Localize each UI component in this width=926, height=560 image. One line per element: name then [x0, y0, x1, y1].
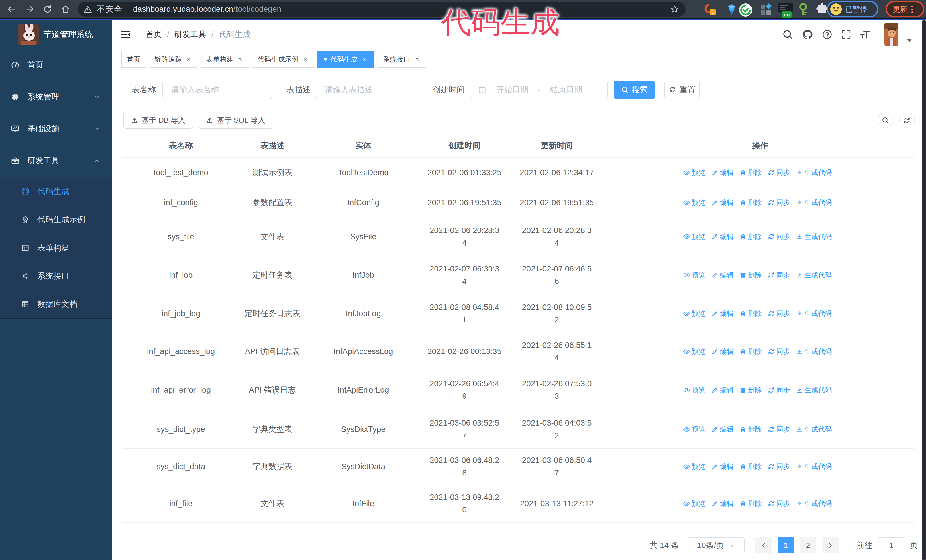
action-edit[interactable]: 编辑	[711, 307, 734, 320]
extension-key-icon[interactable]	[797, 3, 809, 16]
scrollbar-thumb[interactable]	[922, 20, 926, 560]
tag-close-icon[interactable]	[414, 56, 421, 63]
prev-page-button[interactable]	[755, 537, 772, 554]
refresh-table-button[interactable]	[899, 113, 915, 128]
action-delete[interactable]: 删除	[739, 269, 762, 281]
sidebar-subitem-db-doc[interactable]: 数据库文档	[0, 290, 112, 318]
action-sync[interactable]: 同步	[767, 423, 790, 436]
action-delete[interactable]: 删除	[739, 423, 762, 436]
jump-page-input[interactable]: 1	[877, 537, 905, 554]
action-sync[interactable]: 同步	[767, 497, 790, 510]
extension-orange-icon[interactable]: 1	[703, 3, 716, 16]
action-sync[interactable]: 同步	[767, 345, 790, 358]
header-help-button[interactable]	[822, 29, 832, 40]
show-search-toggle-button[interactable]	[878, 113, 893, 128]
action-preview[interactable]: 预览	[683, 497, 705, 510]
action-preview[interactable]: 预览	[683, 460, 705, 473]
browser-reload-button[interactable]	[43, 5, 52, 14]
address-bar[interactable]: 不安全 dashboard.yudao.iocoder.cn/tool/code…	[78, 2, 685, 17]
sidebar-item-home[interactable]: 首页	[0, 49, 112, 81]
header-fullscreen-button[interactable]	[841, 29, 852, 40]
action-sync[interactable]: 同步	[767, 460, 790, 473]
page-button-1[interactable]: 1	[778, 537, 794, 554]
header-fontsize-button[interactable]	[859, 29, 870, 40]
tag-close-icon[interactable]	[302, 56, 309, 63]
browser-back-button[interactable]	[7, 5, 16, 14]
page-button-2[interactable]: 2	[800, 537, 816, 554]
action-edit[interactable]: 编辑	[711, 269, 734, 281]
action-generate-code[interactable]: 生成代码	[796, 269, 832, 281]
sidebar-item-infra[interactable]: 基础设施	[0, 113, 112, 145]
action-edit[interactable]: 编辑	[711, 384, 734, 396]
sidebar-subitem-codegen[interactable]: 代码生成	[0, 177, 112, 205]
action-preview[interactable]: 预览	[683, 196, 705, 209]
action-edit[interactable]: 编辑	[711, 423, 734, 436]
action-edit[interactable]: 编辑	[711, 231, 734, 243]
date-range-picker[interactable]: 开始日期 - 结束日期	[471, 81, 608, 99]
action-delete[interactable]: 删除	[739, 497, 762, 510]
action-delete[interactable]: 删除	[739, 231, 762, 243]
action-generate-code[interactable]: 生成代码	[796, 307, 832, 320]
sidebar-logo[interactable]: 芋道管理系统	[0, 20, 112, 49]
extension-terminal-icon[interactable]: on	[777, 3, 794, 18]
reset-button[interactable]: 重置	[664, 81, 700, 99]
tag-codegen[interactable]: 代码生成	[318, 51, 374, 68]
action-edit[interactable]: 编辑	[711, 196, 734, 209]
action-sync[interactable]: 同步	[767, 196, 790, 209]
tag-close-icon[interactable]	[185, 56, 192, 63]
action-generate-code[interactable]: 生成代码	[796, 166, 832, 179]
action-delete[interactable]: 删除	[739, 460, 762, 473]
action-preview[interactable]: 预览	[683, 269, 705, 281]
breadcrumb-home[interactable]: 首页	[146, 29, 162, 40]
avatar-caret-down-icon[interactable]	[906, 37, 913, 44]
user-avatar[interactable]	[884, 23, 898, 46]
search-button[interactable]: 搜索	[614, 81, 655, 99]
action-delete[interactable]: 删除	[739, 384, 762, 396]
action-generate-code[interactable]: 生成代码	[796, 231, 832, 243]
import-sql-button[interactable]: 基于 SQL 导入	[198, 112, 273, 129]
action-delete[interactable]: 删除	[739, 196, 762, 209]
action-delete[interactable]: 删除	[739, 166, 762, 179]
action-preview[interactable]: 预览	[683, 345, 705, 358]
action-preview[interactable]: 预览	[683, 166, 705, 179]
action-preview[interactable]: 预览	[683, 231, 705, 243]
sidebar-subitem-codegen-example[interactable]: 代码生成示例	[0, 205, 112, 234]
import-db-button[interactable]: 基于 DB 导入	[123, 112, 193, 129]
action-generate-code[interactable]: 生成代码	[796, 497, 832, 510]
table-desc-input[interactable]: 请输入表描述	[316, 81, 424, 99]
action-edit[interactable]: 编辑	[711, 497, 734, 510]
action-sync[interactable]: 同步	[767, 307, 790, 320]
sidebar-subitem-form-builder[interactable]: 表单构建	[0, 234, 112, 262]
browser-scrollbar[interactable]	[922, 20, 926, 560]
extension-gem-icon[interactable]	[726, 3, 737, 16]
browser-profile-chip[interactable]: 已暂停	[827, 1, 878, 17]
tag-codegen-example[interactable]: 代码生成示例	[252, 51, 314, 68]
header-search-button[interactable]	[782, 29, 793, 40]
next-page-button[interactable]	[822, 537, 838, 554]
bookmark-star-icon[interactable]	[670, 5, 679, 14]
breadcrumb-devtools[interactable]: 研发工具	[174, 29, 206, 40]
action-preview[interactable]: 预览	[683, 307, 705, 320]
action-generate-code[interactable]: 生成代码	[796, 423, 832, 436]
extension-check-icon[interactable]	[738, 3, 753, 17]
action-delete[interactable]: 删除	[739, 307, 762, 320]
browser-update-button[interactable]: 更新	[885, 1, 924, 17]
action-edit[interactable]: 编辑	[711, 460, 734, 473]
action-preview[interactable]: 预览	[683, 384, 705, 396]
page-size-select[interactable]: 10条/页	[687, 537, 744, 554]
tag-trace[interactable]: 链路追踪	[149, 51, 197, 68]
action-generate-code[interactable]: 生成代码	[796, 460, 832, 473]
action-sync[interactable]: 同步	[767, 166, 790, 179]
tag-close-icon[interactable]	[237, 56, 244, 63]
extension-grid-icon[interactable]	[760, 3, 772, 16]
sidebar-subitem-system-api[interactable]: 系统接口	[0, 262, 112, 290]
sidebar-item-system[interactable]: 系统管理	[0, 81, 112, 113]
action-preview[interactable]: 预览	[683, 423, 705, 436]
action-generate-code[interactable]: 生成代码	[796, 345, 832, 358]
action-delete[interactable]: 删除	[739, 345, 762, 358]
sidebar-toggle-button[interactable]	[120, 29, 131, 40]
action-generate-code[interactable]: 生成代码	[796, 196, 832, 209]
tag-system-api[interactable]: 系统接口	[378, 51, 426, 68]
browser-home-button[interactable]	[61, 5, 70, 14]
tag-close-icon[interactable]	[361, 56, 368, 63]
